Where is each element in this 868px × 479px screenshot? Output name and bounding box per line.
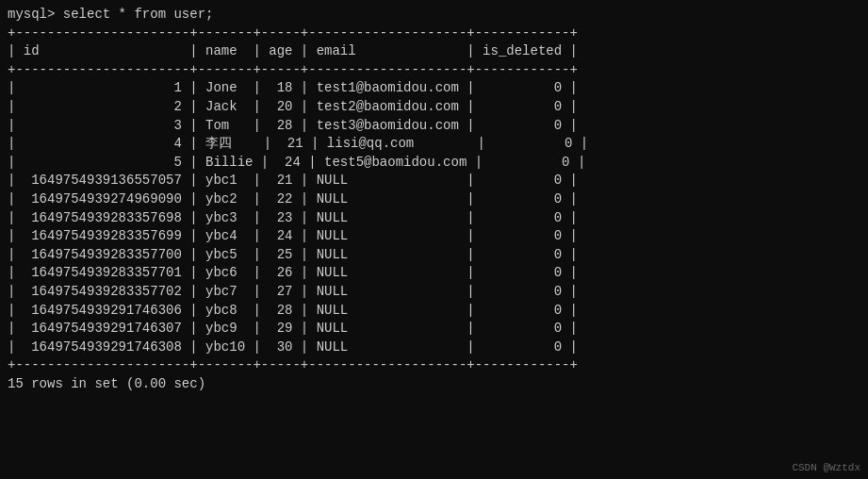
command-line: mysql> select * from user; xyxy=(8,6,860,25)
terminal-window: mysql> select * from user; +------------… xyxy=(8,6,860,479)
watermark: CSDN @Wztdx xyxy=(792,462,860,473)
table-output: +----------------------+-------+-----+--… xyxy=(8,25,860,375)
footer: 15 rows in set (0.00 sec) xyxy=(8,375,860,394)
